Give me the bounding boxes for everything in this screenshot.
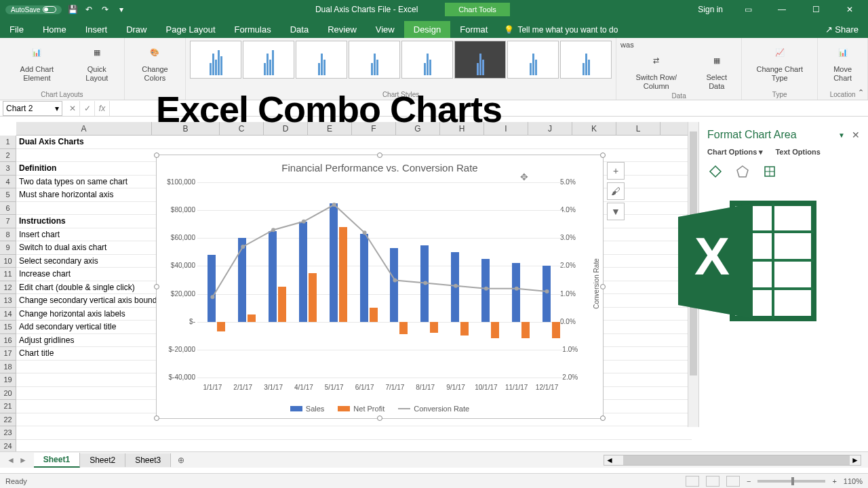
horizontal-scrollbar[interactable]: ◄ ► [604,455,861,466]
chart-legend[interactable]: Sales Net Profit Conversion Rate [157,405,603,413]
sheet-tab-3[interactable]: Sheet3 [125,453,171,467]
close-icon[interactable]: ✕ [834,0,865,19]
normal-view-icon[interactable] [686,476,699,487]
tab-home[interactable]: Home [33,21,76,38]
undo-icon[interactable]: ↶ [83,4,94,15]
chart-styles-button[interactable]: 🖌 [607,182,625,200]
column-header-l[interactable]: L [616,122,660,135]
tell-me-search[interactable]: 💡 Tell me what you want to do [497,22,625,38]
page-layout-view-icon[interactable] [706,476,719,487]
tab-file[interactable]: File [0,21,33,38]
column-header-d[interactable]: D [264,122,308,135]
chart-style-6[interactable] [454,41,506,79]
row-header-12[interactable]: 12 [0,281,16,295]
resize-handle-se[interactable] [600,415,606,421]
sheet-nav-next-icon[interactable]: ► [19,455,27,465]
format-pane-close-icon[interactable]: ✕ [852,129,860,140]
secondary-axis-title[interactable]: Conversion Rate [593,258,600,308]
chart-style-8[interactable] [560,41,612,79]
name-box[interactable]: Chart 2 ▾ [3,101,62,116]
change-chart-type-button[interactable]: 📈 Change Chart Type [746,41,813,84]
secondary-y-axis[interactable]: 5.0%4.0%3.0%2.0%1.0%0.0%-1.0%-2.0% [560,182,597,378]
row-header-9[interactable]: 9 [0,241,16,255]
resize-handle-ne[interactable] [600,152,606,158]
row-header-15[interactable]: 15 [0,321,16,334]
add-chart-element-button[interactable]: 📊 Add Chart Element [4,41,70,84]
sheet-tab-2[interactable]: Sheet2 [80,453,125,467]
row-header-23[interactable]: 23 [0,426,16,440]
row-header-16[interactable]: 16 [0,334,16,348]
column-header-a[interactable]: A [16,122,152,135]
row-header-3[interactable]: 3 [0,162,16,176]
share-button[interactable]: ↗ Share [816,21,868,38]
name-box-dropdown-icon[interactable]: ▾ [55,104,59,113]
sheet-nav-prev-icon[interactable]: ◄ [7,455,15,465]
chart-plot-area[interactable]: $100,000$80,000$60,000$40,000$20,000$-$-… [197,182,562,378]
fill-line-icon[interactable] [707,163,724,180]
zoom-level[interactable]: 110% [844,477,863,485]
primary-y-axis[interactable]: $100,000$80,000$60,000$40,000$20,000$-$-… [158,182,195,378]
legend-profit[interactable]: Net Profit [338,405,384,413]
row-header-1[interactable]: 1 [0,136,16,149]
column-header-b[interactable]: B [152,122,220,135]
save-icon[interactable]: 💾 [67,4,78,15]
column-header-h[interactable]: H [440,122,484,135]
cell-a23[interactable] [16,426,692,440]
chart-line-series[interactable] [197,182,562,378]
chart-filters-button[interactable]: ▼ [607,203,625,220]
row-header-7[interactable]: 7 [0,215,16,228]
chart-title[interactable]: Financial Performance vs. Conversion Rat… [157,155,603,176]
switch-row-column-button[interactable]: ⇄ Switch Row/ Column [620,49,692,92]
tab-format[interactable]: Format [450,21,497,38]
add-sheet-button[interactable]: ⊕ [171,455,191,465]
row-header-8[interactable]: 8 [0,228,16,242]
row-header-11[interactable]: 11 [0,268,16,281]
row-header-4[interactable]: 4 [0,176,16,189]
column-header-g[interactable]: G [396,122,440,135]
insert-function-icon[interactable]: fx [95,101,110,116]
row-header-2[interactable]: 2 [0,149,16,163]
chart-style-3[interactable] [296,41,347,79]
maximize-icon[interactable]: ☐ [800,0,831,19]
row-header-19[interactable]: 19 [0,373,16,387]
sheet-tab-1[interactable]: Sheet1 [34,453,80,468]
chart-elements-button[interactable]: + [607,162,625,180]
tab-review[interactable]: Review [318,21,366,38]
column-header-f[interactable]: F [352,122,396,135]
embedded-chart[interactable]: Financial Performance vs. Conversion Rat… [156,155,604,419]
chart-style-5[interactable] [401,41,453,79]
redo-icon[interactable]: ↷ [100,4,111,15]
resize-handle-n[interactable] [377,152,382,158]
enter-formula-icon[interactable]: ✓ [80,101,95,116]
tab-insert[interactable]: Insert [76,21,117,38]
format-pane-dropdown-icon[interactable]: ▼ [838,131,845,139]
tab-formulas[interactable]: Formulas [225,21,281,38]
resize-handle-e[interactable] [600,284,606,289]
row-header-13[interactable]: 13 [0,294,16,308]
tab-design[interactable]: Design [404,21,450,38]
move-chart-button[interactable]: 📊 Move Chart [822,41,863,84]
row-header-14[interactable]: 14 [0,308,16,321]
chart-style-1[interactable] [190,41,241,79]
change-colors-button[interactable]: 🎨 Change Colors [129,41,181,84]
resize-handle-nw[interactable] [154,152,159,158]
row-header-20[interactable]: 20 [0,387,16,401]
x-axis[interactable]: 1/1/172/1/173/1/174/1/175/1/176/1/177/1/… [197,384,562,391]
column-header-k[interactable]: K [572,122,616,135]
column-header-i[interactable]: I [484,122,528,135]
size-properties-icon[interactable] [762,163,778,180]
chart-options-tab[interactable]: Chart Options ▾ [707,148,763,157]
resize-handle-s[interactable] [377,415,382,421]
tab-view[interactable]: View [366,21,404,38]
chart-styles-gallery[interactable] [190,41,612,91]
text-options-tab[interactable]: Text Options [775,148,820,157]
row-header-17[interactable]: 17 [0,347,16,361]
ribbon-display-options-icon[interactable]: ▭ [732,0,764,19]
column-header-e[interactable]: E [308,122,352,135]
zoom-slider[interactable] [757,480,825,483]
quick-layout-button[interactable]: ▦ Quick Layout [74,41,120,84]
signin-link[interactable]: Sign in [698,5,723,14]
row-header-5[interactable]: 5 [0,188,16,202]
horizontal-scroll-thumb[interactable] [623,455,850,465]
qat-dropdown-icon[interactable]: ▾ [116,4,127,15]
